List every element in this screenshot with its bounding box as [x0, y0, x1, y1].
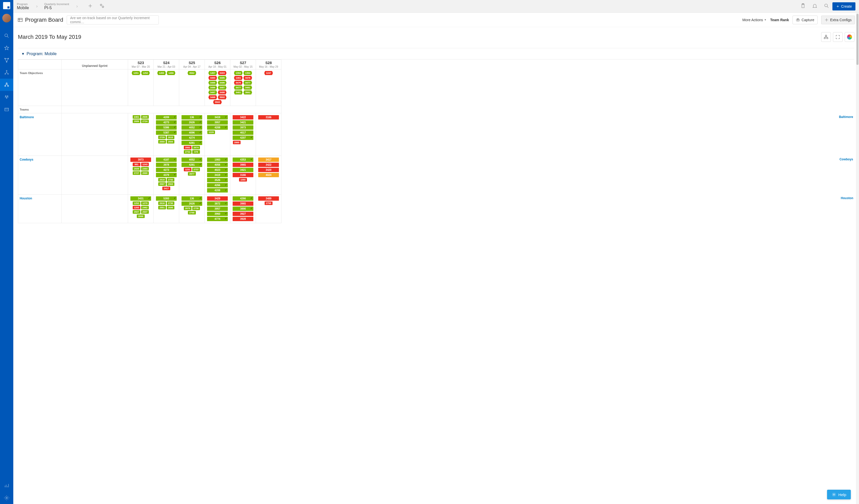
work-item-card[interactable]: 4023✔ [207, 168, 228, 172]
program-nav-icon[interactable] [0, 79, 13, 91]
help-button[interactable]: Help [827, 490, 851, 500]
work-item-card[interactable]: 3872✔ [207, 202, 228, 206]
objective-pill[interactable]: 1252 [141, 71, 150, 75]
objective-pill[interactable]: 1394 [243, 71, 252, 75]
work-item-card[interactable]: 3421 [232, 120, 253, 125]
section-header[interactable]: ▾ Program: Mobile [18, 48, 854, 60]
capture-button[interactable]: Capture [793, 16, 817, 24]
clipboard-icon[interactable] [800, 3, 806, 10]
objective-pill[interactable]: 3497 [218, 85, 226, 90]
item-pill[interactable]: 2597 [158, 182, 166, 186]
objective-pill[interactable]: 3476 [234, 81, 243, 85]
item-pill[interactable]: 2729 [158, 136, 166, 139]
objective-pill[interactable]: 1457 [208, 71, 217, 75]
work-item-card[interactable]: 136✔ [181, 196, 202, 201]
work-item-card[interactable]: 3526✔ [207, 178, 228, 182]
work-item-card[interactable]: 3421 [232, 168, 253, 172]
objective-pill[interactable]: 3562 [187, 71, 196, 75]
item-pill[interactable]: 2690 [141, 171, 149, 175]
item-pill[interactable]: 1293 [133, 206, 140, 209]
work-item-card[interactable]: 4273✔ [156, 168, 177, 172]
objective-pill[interactable]: 1251 [132, 71, 140, 75]
work-item-card[interactable]: 3973 [232, 125, 253, 130]
item-pill[interactable]: 2865 [233, 141, 241, 144]
settings-nav-icon[interactable] [0, 492, 13, 504]
work-item-card[interactable]: 3422 [232, 115, 253, 120]
item-pill[interactable]: 2551 [158, 206, 166, 209]
item-pill[interactable]: 1252 [133, 202, 140, 205]
objective-pill[interactable]: 3496 [218, 81, 226, 85]
objective-pill[interactable]: 3502 [213, 100, 222, 104]
work-item-card[interactable]: 136✔ [181, 115, 202, 120]
item-pill[interactable]: 2768 [188, 211, 196, 215]
work-item-card[interactable]: 4379✔ [156, 173, 177, 177]
work-item-card[interactable]: 3957 [207, 207, 228, 211]
hierarchy-view-button[interactable] [821, 32, 831, 42]
work-item-card[interactable]: 4096✔ [181, 130, 202, 135]
item-pill[interactable]: 2758 [265, 202, 272, 205]
item-pill[interactable]: 2677 [188, 172, 196, 176]
item-pill[interactable]: 1231 [184, 168, 192, 171]
item-pill[interactable]: 2509 [133, 167, 140, 171]
objective-pill[interactable]: 3493 [208, 76, 217, 80]
item-pill[interactable]: 2675 [184, 207, 192, 210]
team-rank-link[interactable]: Team Rank [770, 18, 789, 22]
work-item-card[interactable]: 3166 [258, 115, 279, 120]
work-item-card[interactable]: 3420 [258, 168, 279, 172]
work-item-card[interactable]: 3965 [232, 202, 253, 206]
breadcrumb-program[interactable]: Program Mobile [17, 2, 33, 10]
item-pill[interactable]: 2724 [141, 120, 149, 123]
item-pill[interactable]: 2615 [167, 136, 175, 139]
search-input[interactable]: Are we on-track based on our Quarterly I… [67, 15, 159, 25]
objective-pill[interactable]: 1394 [234, 71, 243, 75]
work-item-card[interactable]: 4208✔ [207, 188, 228, 192]
work-item-card[interactable]: 4052✔ [181, 125, 202, 130]
add-icon[interactable] [87, 3, 93, 10]
nodes-nav-icon[interactable] [0, 54, 13, 66]
work-item-card[interactable]: 3960✔ [207, 212, 228, 216]
work-item-card[interactable]: 3973 [130, 158, 151, 162]
item-pill[interactable]: 1080 [239, 178, 247, 182]
item-pill[interactable]: 2464 [141, 167, 149, 171]
objective-pill[interactable]: 3561 [243, 90, 252, 94]
team-link[interactable]: Baltimore [20, 115, 34, 119]
gears-icon[interactable] [99, 3, 105, 10]
item-pill[interactable]: 1229 [207, 130, 215, 134]
work-item-card[interactable]: 3429 [207, 196, 228, 201]
work-item-card[interactable]: 4274 [181, 136, 202, 140]
objective-pill[interactable]: 1456 [167, 71, 175, 75]
work-item-card[interactable]: 4774✔ [207, 217, 228, 221]
work-item-card[interactable]: 4024 [258, 173, 279, 177]
item-pill[interactable]: 1270 [141, 202, 149, 205]
star-nav-icon[interactable] [0, 42, 13, 54]
team-nav-icon[interactable] [0, 91, 13, 103]
team-link-right[interactable]: Baltimore [839, 115, 853, 119]
extra-configs-button[interactable]: Extra Configs [821, 16, 855, 24]
objective-pill[interactable]: 3495 [218, 76, 226, 80]
item-pill[interactable]: 2734 [184, 150, 192, 154]
item-pill[interactable]: 2595 [167, 206, 175, 209]
team-link[interactable]: Cowboys [20, 158, 33, 161]
analytics-nav-icon[interactable] [0, 479, 13, 492]
scrollbar-thumb[interactable] [856, 14, 858, 65]
hierarchy-nav-icon[interactable] [0, 66, 13, 79]
work-item-card[interactable]: 3417 [258, 158, 279, 162]
item-pill[interactable]: 2507 [133, 210, 140, 214]
objective-pill[interactable]: 1247 [264, 71, 273, 75]
item-pill[interactable]: 1243 [141, 163, 149, 166]
objective-pill[interactable]: 3496 [208, 85, 217, 90]
work-item-card[interactable]: 3965 [232, 163, 253, 167]
work-item-card[interactable]: 3928 [232, 217, 253, 221]
objective-pill[interactable]: 3476 [243, 76, 252, 80]
work-item-card[interactable]: 4207✔ [232, 136, 253, 140]
objective-pill[interactable]: 3493 [218, 71, 226, 75]
work-item-card[interactable]: 4281✔ [181, 163, 202, 167]
more-actions-dropdown[interactable]: More Actions▼ [742, 18, 767, 22]
bell-icon[interactable] [812, 3, 817, 10]
work-item-card[interactable]: 3166 [232, 173, 253, 177]
work-item-card[interactable]: 2626✔ [181, 120, 202, 125]
item-pill[interactable]: 2417 [162, 187, 170, 190]
item-pill[interactable]: 2461 [133, 115, 140, 119]
objective-pill[interactable]: 3497 [208, 90, 217, 94]
work-item-card[interactable]: 3422 [258, 163, 279, 167]
